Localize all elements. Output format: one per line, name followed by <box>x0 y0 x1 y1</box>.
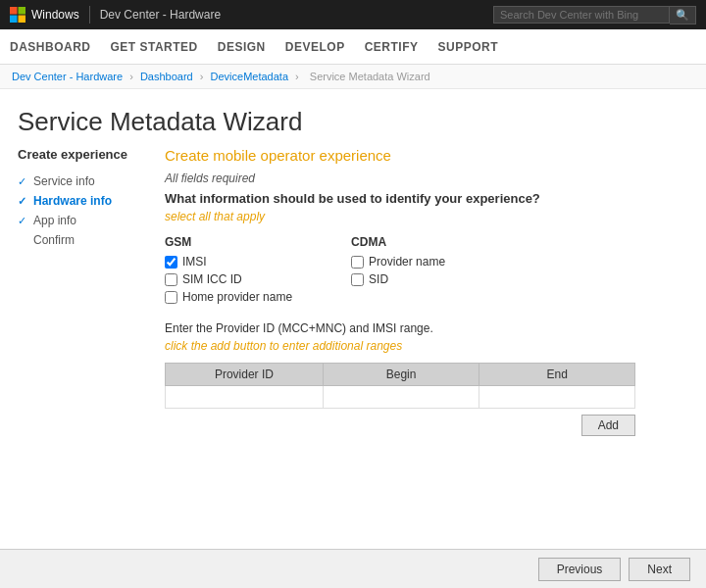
search-button[interactable]: 🔍 <box>670 6 696 24</box>
checkbox-home-provider-name[interactable]: Home provider name <box>165 290 292 304</box>
sidebar-label-hardware-info: Hardware info <box>33 194 112 208</box>
end-input[interactable] <box>489 390 625 404</box>
add-button[interactable]: Add <box>581 415 635 436</box>
table-row <box>166 386 635 409</box>
imsi-label: IMSI <box>182 255 207 269</box>
check-icon-app: ✓ <box>18 215 29 227</box>
topbar-title: Dev Center - Hardware <box>100 8 221 22</box>
sidebar: Create experience ✓ Service info ✓ Hardw… <box>18 147 135 436</box>
checkbox-provider-name[interactable]: Provider name <box>351 255 445 269</box>
page-title: Service Metadata Wizard <box>18 107 688 137</box>
sidebar-label-app-info: App info <box>33 214 76 227</box>
add-link[interactable]: click the add button to enter additional… <box>165 339 688 353</box>
provider-name-label: Provider name <box>369 255 445 269</box>
nav-certify[interactable]: CERTIFY <box>365 32 419 62</box>
topbar-search-area: 🔍 <box>493 6 696 24</box>
col-end: End <box>479 364 635 386</box>
home-provider-name-label: Home provider name <box>182 290 292 304</box>
navbar: DASHBOARD GET STARTED DESIGN DEVELOP CER… <box>0 29 706 65</box>
provider-table: Provider ID Begin End <box>165 363 635 409</box>
cdma-group: CDMA Provider name SID <box>351 235 445 308</box>
topbar-logo-text: Windows <box>31 8 79 22</box>
svg-rect-2 <box>10 16 18 24</box>
col-begin: Begin <box>323 364 479 386</box>
svg-rect-3 <box>19 16 26 24</box>
breadcrumb-devicemetadata[interactable]: DeviceMetadata <box>211 71 289 82</box>
fields-required: All fields required <box>165 172 688 185</box>
section-title: Create mobile operator experience <box>165 147 688 164</box>
sid-label: SID <box>369 272 388 286</box>
cell-begin[interactable] <box>323 386 479 409</box>
breadcrumb: Dev Center - Hardware › Dashboard › Devi… <box>0 65 706 89</box>
add-row: Add <box>165 415 635 436</box>
sid-checkbox[interactable] <box>351 273 364 286</box>
windows-logo-icon <box>10 7 25 23</box>
check-icon-hardware: ✓ <box>18 195 29 208</box>
svg-rect-1 <box>19 7 26 15</box>
cell-provider-id[interactable] <box>166 386 324 409</box>
sidebar-item-confirm[interactable]: Confirm <box>18 230 135 250</box>
page-title-area: Service Metadata Wizard <box>0 89 706 147</box>
checkbox-sim-icc-id[interactable]: SIM ICC ID <box>165 272 292 286</box>
breadcrumb-devcenter[interactable]: Dev Center - Hardware <box>12 71 123 82</box>
provider-name-checkbox[interactable] <box>351 256 364 269</box>
begin-input[interactable] <box>333 390 470 404</box>
nav-dashboard[interactable]: DASHBOARD <box>10 32 91 62</box>
topbar-logo: Windows <box>10 7 79 23</box>
checkboxes-row: GSM IMSI SIM ICC ID Home provider name C… <box>165 235 688 308</box>
topbar: Windows Dev Center - Hardware 🔍 <box>0 0 706 29</box>
select-all-link[interactable]: select all that apply <box>165 210 688 223</box>
imsi-checkbox[interactable] <box>165 256 177 269</box>
nav-design[interactable]: DESIGN <box>218 32 266 62</box>
sidebar-label-service-info: Service info <box>33 174 95 188</box>
home-provider-name-checkbox[interactable] <box>165 291 177 304</box>
svg-rect-0 <box>10 7 18 15</box>
cdma-label: CDMA <box>351 235 445 249</box>
gsm-group: GSM IMSI SIM ICC ID Home provider name <box>165 235 292 308</box>
checkbox-sid[interactable]: SID <box>351 272 445 286</box>
content-area: Create mobile operator experience All fi… <box>165 147 688 436</box>
checkbox-imsi[interactable]: IMSI <box>165 255 292 269</box>
sidebar-item-service-info[interactable]: ✓ Service info <box>18 172 135 191</box>
sidebar-heading: Create experience <box>18 147 135 162</box>
gsm-label: GSM <box>165 235 292 249</box>
question-text: What information should be used to ident… <box>165 191 688 206</box>
sidebar-item-hardware-info[interactable]: ✓ Hardware info <box>18 191 135 211</box>
breadcrumb-current: Service Metadata Wizard <box>310 71 430 82</box>
nav-get-started[interactable]: GET STARTED <box>111 32 198 62</box>
info-text: Enter the Provider ID (MCC+MNC) and IMSI… <box>165 321 688 335</box>
main-layout: Create experience ✓ Service info ✓ Hardw… <box>0 147 706 436</box>
breadcrumb-dashboard[interactable]: Dashboard <box>140 71 193 82</box>
cell-end[interactable] <box>479 386 635 409</box>
sim-icc-id-label: SIM ICC ID <box>182 272 242 286</box>
provider-id-input[interactable] <box>176 390 313 404</box>
nav-support[interactable]: SUPPORT <box>438 32 499 62</box>
sidebar-label-confirm: Confirm <box>33 233 75 247</box>
topbar-divider <box>89 6 90 24</box>
nav-develop[interactable]: DEVELOP <box>285 32 345 62</box>
col-provider-id: Provider ID <box>166 364 324 386</box>
check-icon-service: ✓ <box>18 175 29 188</box>
sidebar-item-app-info[interactable]: ✓ App info <box>18 211 135 230</box>
sim-icc-id-checkbox[interactable] <box>165 273 177 286</box>
search-input[interactable] <box>493 6 670 24</box>
